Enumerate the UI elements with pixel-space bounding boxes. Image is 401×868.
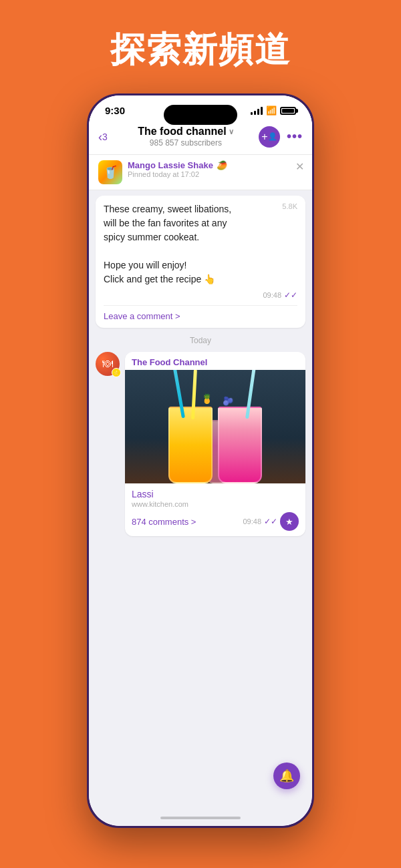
post-footer: Lassi www.kitchen.com 874 comments > 09:…: [125, 483, 305, 536]
channel-chevron-icon: ∨: [229, 128, 234, 136]
pinned-emoji: 🥭: [217, 160, 227, 170]
channel-post: 🍽 ⭐ The Food Channel: [96, 352, 305, 536]
power-button[interactable]: [312, 282, 314, 343]
bookmark-button[interactable]: ★: [280, 512, 299, 531]
battery-icon: [280, 107, 296, 115]
message-text: These creamy, sweet libations, will be t…: [104, 202, 297, 286]
pinned-close-button[interactable]: ✕: [295, 160, 304, 173]
post-time-row: 09:48 ✓✓ ★: [243, 512, 299, 531]
home-indicator: [160, 817, 241, 819]
pinned-avatar-emoji: 🥤: [103, 165, 118, 180]
chat-area: 5.8K These creamy, sweet libations, will…: [89, 190, 312, 826]
header-actions: + 👤 •••: [259, 126, 303, 148]
message-line1: These creamy, sweet libations,: [104, 204, 231, 214]
back-count: 3: [102, 132, 108, 142]
message-time: 09:48: [263, 291, 281, 299]
more-options-button[interactable]: •••: [287, 129, 303, 144]
add-user-icon: +: [261, 131, 267, 143]
channel-subscribers: 985 857 subscribers: [113, 138, 259, 148]
post-avatar: 🍽 ⭐: [96, 352, 120, 376]
comments-button[interactable]: 874 comments >: [132, 517, 196, 527]
notification-fab[interactable]: 🔔: [273, 763, 300, 789]
pinned-title: Mango Lassie Shake: [128, 160, 213, 170]
channel-name[interactable]: The food channel ∨: [113, 126, 259, 138]
post-link-url: www.kitchen.com: [132, 500, 299, 508]
bookmark-icon: ★: [285, 517, 293, 527]
dynamic-island: [164, 105, 237, 125]
message-line2: will be the fan favorites at any: [104, 218, 227, 228]
post-image: 🍍 🫐: [125, 370, 305, 483]
post-bubble: The Food Channel: [125, 352, 305, 536]
wifi-icon: 📶: [266, 105, 277, 116]
pinned-content: Mango Lassie Shake 🥭 Pinned today at 17:…: [128, 160, 303, 178]
smoothie-scene: 🍍 🫐: [125, 370, 305, 483]
post-avatar-badge: ⭐: [112, 368, 121, 377]
message-line5: Hope you will enjoy!: [104, 260, 187, 270]
message-read-icon: ✓✓: [284, 290, 297, 300]
page-title: 探索新頻道: [110, 27, 291, 73]
today-divider: Today: [96, 336, 305, 345]
channel-name-text: The food channel: [138, 126, 226, 138]
notification-icon: 🔔: [279, 769, 294, 783]
status-icons: 📶: [251, 105, 296, 116]
message-bubble: 5.8K These creamy, sweet libations, will…: [96, 196, 305, 328]
phone-screen: 9:30 📶 ‹ 3: [89, 95, 312, 826]
post-meta-row: 874 comments > 09:48 ✓✓ ★: [132, 512, 299, 531]
signal-icon: [251, 107, 263, 115]
post-time: 09:48: [243, 517, 261, 525]
status-time: 9:30: [105, 105, 125, 116]
leave-comment-button[interactable]: Leave a comment >: [104, 305, 297, 321]
phone-shell: 9:30 📶 ‹ 3: [87, 93, 314, 828]
message-views: 5.8K: [282, 202, 297, 210]
back-button[interactable]: ‹ 3: [98, 131, 108, 143]
message-line6: Click and get the recipe 👆: [104, 274, 215, 284]
pinned-banner: 🥤 Mango Lassie Shake 🥭 Pinned today at 1…: [89, 155, 312, 190]
post-read-icon: ✓✓: [264, 517, 277, 526]
user-icon: 👤: [268, 132, 277, 141]
screen-content: 9:30 📶 ‹ 3: [89, 95, 312, 826]
channel-info: The food channel ∨ 985 857 subscribers: [113, 126, 259, 148]
add-user-button[interactable]: + 👤: [259, 126, 280, 148]
message-line3: spicy summer cookeat.: [104, 232, 199, 242]
post-link-title[interactable]: Lassi: [132, 489, 299, 499]
channel-header: ‹ 3 The food channel ∨ 985 857 subscribe…: [89, 120, 312, 155]
pinned-avatar: 🥤: [98, 160, 122, 184]
more-options-icon: •••: [287, 129, 303, 144]
pinned-time: Pinned today at 17:02: [128, 170, 303, 178]
post-channel-name: The Food Channel: [125, 352, 305, 370]
